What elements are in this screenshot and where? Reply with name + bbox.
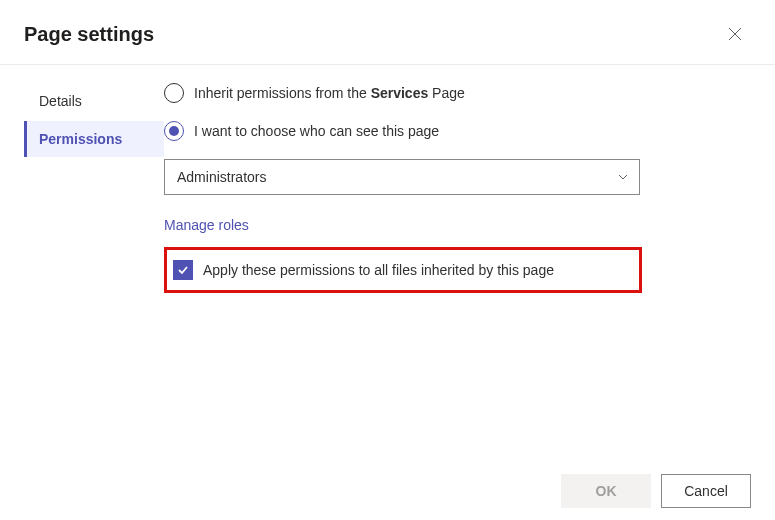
checkbox-row-apply: Apply these permissions to all files inh…: [173, 260, 554, 280]
checkbox-apply[interactable]: [173, 260, 193, 280]
radio-inherit[interactable]: [164, 83, 184, 103]
radio-row-choose: I want to choose who can see this page: [164, 121, 751, 141]
close-icon: [728, 27, 742, 41]
ok-button[interactable]: OK: [561, 474, 651, 508]
highlight-box: Apply these permissions to all files inh…: [164, 247, 642, 293]
content-panel: Inherit permissions from the Services Pa…: [164, 77, 775, 293]
inherit-label-bold: Services: [371, 85, 429, 101]
dialog-body: Details Permissions Inherit permissions …: [0, 65, 775, 293]
dropdown-value: Administrators: [177, 169, 266, 185]
radio-choose-label: I want to choose who can see this page: [194, 123, 439, 139]
radio-choose[interactable]: [164, 121, 184, 141]
checkmark-icon: [176, 263, 190, 277]
manage-roles-link[interactable]: Manage roles: [164, 217, 249, 233]
page-title: Page settings: [24, 23, 154, 46]
chevron-down-icon: [617, 171, 629, 183]
inherit-label-suffix: Page: [428, 85, 465, 101]
tab-details[interactable]: Details: [24, 83, 164, 119]
cancel-button[interactable]: Cancel: [661, 474, 751, 508]
close-button[interactable]: [719, 18, 751, 50]
inherit-label-prefix: Inherit permissions from the: [194, 85, 371, 101]
tab-permissions[interactable]: Permissions: [24, 121, 164, 157]
roles-dropdown[interactable]: Administrators: [164, 159, 640, 195]
radio-inherit-label: Inherit permissions from the Services Pa…: [194, 85, 465, 101]
sidebar: Details Permissions: [0, 77, 164, 293]
dialog-footer: OK Cancel: [561, 474, 751, 508]
dialog-header: Page settings: [0, 0, 775, 65]
radio-row-inherit: Inherit permissions from the Services Pa…: [164, 83, 751, 103]
checkbox-apply-label: Apply these permissions to all files inh…: [203, 262, 554, 278]
